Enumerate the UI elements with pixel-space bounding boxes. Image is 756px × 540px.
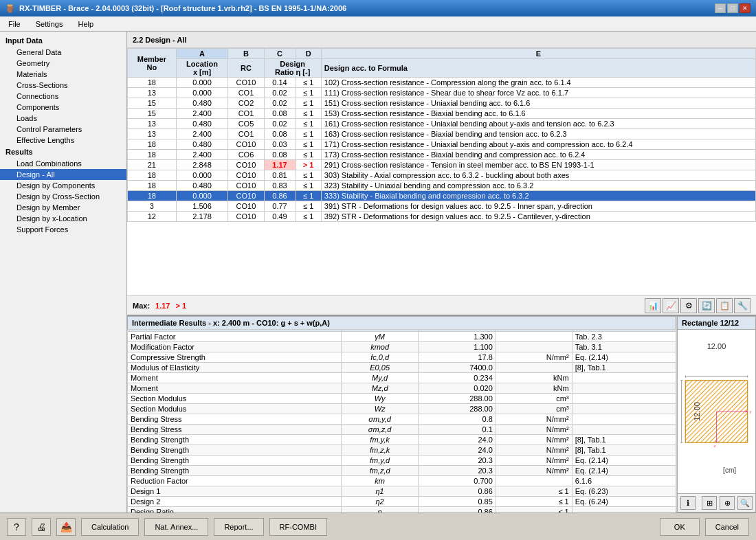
table-row[interactable]: 13 2.400 CO1 0.08 ≤ 1 163) Cross-section…	[128, 129, 756, 139]
int-cell-sym: fm,z,d	[342, 466, 419, 476]
int-cell-ref	[572, 507, 676, 513]
sidebar-results-label: Results	[0, 146, 126, 158]
int-cell-unit: N/mm²	[496, 352, 572, 363]
rf-combi-button[interactable]: RF-COMBI	[269, 518, 327, 536]
sidebar-item-load-combinations[interactable]: Load Combinations	[0, 158, 126, 169]
int-cell-unit: ≤ 1	[496, 497, 572, 507]
table-cell-member: 18	[128, 139, 177, 150]
col-header-b: B	[228, 49, 264, 59]
menu-settings[interactable]: Settings	[32, 19, 67, 30]
table-cell-member: 3	[128, 201, 177, 212]
sidebar-item-cross-sections[interactable]: Cross-Sections	[0, 80, 126, 91]
table-cell-rc: CO10	[228, 212, 264, 222]
table-cell-member: 21	[128, 160, 177, 170]
export-icon[interactable]: 📤	[56, 518, 76, 536]
sidebar-item-loads[interactable]: Loads	[0, 113, 126, 124]
view-icon-5[interactable]: 📋	[716, 298, 733, 313]
sidebar-item-design-x-location[interactable]: Design by x-Location	[0, 213, 126, 224]
sidebar-item-effective-lengths[interactable]: Effective Lengths	[0, 135, 126, 146]
int-cell-name: Bending Strength	[128, 466, 342, 476]
int-cell-sym: η2	[342, 497, 419, 507]
window-controls[interactable]: ─ □ ✕	[715, 3, 751, 13]
view-icon-1[interactable]: 📊	[645, 298, 661, 313]
int-cell-sym: η	[342, 507, 419, 513]
int-cell-sym: η1	[342, 486, 419, 497]
help-icon[interactable]: ?	[7, 518, 26, 536]
int-cell-unit: cm³	[496, 394, 572, 404]
max-label: Max:	[133, 302, 150, 310]
close-button[interactable]: ✕	[740, 3, 751, 13]
sidebar-item-general-data[interactable]: General Data	[0, 47, 126, 58]
table-row[interactable]: 15 0.480 CO2 0.02 ≤ 1 151) Cross-section…	[128, 98, 756, 109]
int-cell-name: Section Modulus	[128, 404, 342, 414]
table-cell-location: 0.480	[176, 139, 228, 150]
menu-file[interactable]: File	[4, 19, 25, 30]
int-cell-val: 1.300	[419, 332, 496, 342]
table-cell-location: 0.000	[176, 191, 228, 201]
sidebar-item-support-forces[interactable]: Support Forces	[0, 224, 126, 235]
cs-info-icon[interactable]: ℹ	[680, 496, 696, 510]
ok-button[interactable]: OK	[660, 518, 700, 536]
int-cell-unit	[496, 342, 572, 352]
table-row[interactable]: 18 0.480 CO10 0.03 ≤ 1 171) Cross-sectio…	[128, 139, 756, 150]
table-row[interactable]: 15 2.400 CO1 0.08 ≤ 1 153) Cross-section…	[128, 109, 756, 119]
col-header-design: DesignRatio η [-]	[264, 59, 321, 78]
unit-label: [cm]	[723, 466, 736, 474]
table-row[interactable]: 18 0.000 CO10 0.86 ≤ 1 333) Stability - …	[128, 191, 756, 201]
table-row[interactable]: 21 2.848 CO10 1.17 > 1 291) Cross-sectio…	[128, 160, 756, 170]
minimize-button[interactable]: ─	[715, 3, 726, 13]
int-cell-name: Design 2	[128, 497, 342, 507]
intermediate-table-wrapper[interactable]: Partial Factor γM 1.300 Tab. 2.3 Modific…	[127, 329, 676, 513]
sidebar-item-design-member[interactable]: Design by Member	[0, 202, 126, 213]
int-cell-val: 20.3	[419, 455, 496, 466]
table-row[interactable]: 12 2.178 CO10 0.49 ≤ 1 392) STR - Deform…	[128, 212, 756, 222]
int-cell-name: Design Ratio	[128, 507, 342, 513]
table-cell-location: 0.000	[176, 78, 228, 88]
cs-zoom-in-icon[interactable]: ⊕	[720, 496, 735, 510]
maximize-button[interactable]: □	[727, 3, 738, 13]
col-header-e: E	[321, 49, 755, 59]
sidebar-item-materials[interactable]: Materials	[0, 69, 126, 80]
int-cell-val: 288.00	[419, 394, 496, 404]
table-cell-leq: ≤ 1	[296, 201, 321, 212]
int-cell-val: 0.85	[419, 497, 496, 507]
col-header-rc: RC	[228, 59, 264, 78]
cross-section-bottom-bar: ℹ ⊞ ⊕ 🔍	[678, 493, 755, 512]
design-table-wrapper[interactable]: MemberNo A B C D E Locationx [m] RC Desi…	[127, 48, 756, 295]
table-row[interactable]: 13 0.480 CO5 0.02 ≤ 1 161) Cross-section…	[128, 119, 756, 129]
sidebar-item-components[interactable]: Components	[0, 102, 126, 113]
cancel-button[interactable]: Cancel	[705, 518, 749, 536]
col-header-a: A	[176, 49, 228, 59]
table-row[interactable]: 18 0.000 CO10 0.81 ≤ 1 303) Stability - …	[128, 170, 756, 181]
calculation-button[interactable]: Calculation	[81, 518, 139, 536]
table-cell-ratio: 0.14	[264, 78, 296, 88]
table-cell-leq: ≤ 1	[296, 139, 321, 150]
sidebar-item-control-parameters[interactable]: Control Parameters	[0, 124, 126, 135]
view-icon-3[interactable]: ⚙	[680, 298, 697, 313]
report-button[interactable]: Report...	[214, 518, 263, 536]
sidebar-item-connections[interactable]: Connections	[0, 91, 126, 102]
table-row[interactable]: 18 0.480 CO10 0.83 ≤ 1 323) Stability - …	[128, 181, 756, 191]
cs-zoom-out-icon[interactable]: 🔍	[737, 496, 753, 510]
view-icon-2[interactable]: 📈	[663, 298, 679, 313]
sidebar-item-design-components[interactable]: Design by Components	[0, 180, 126, 191]
table-row[interactable]: 18 2.400 CO6 0.08 ≤ 1 173) Cross-section…	[128, 150, 756, 160]
nat-annex-button[interactable]: Nat. Annex...	[144, 518, 208, 536]
table-row[interactable]: 3 1.506 CO10 0.77 ≤ 1 391) STR - Deforma…	[128, 201, 756, 212]
table-cell-rc: CO10	[228, 201, 264, 212]
int-cell-ref: [8], Tab.1	[572, 435, 676, 445]
view-icon-4[interactable]: 🔄	[698, 298, 715, 313]
table-row[interactable]: 13 0.000 CO1 0.02 ≤ 1 111) Cross-section…	[128, 88, 756, 98]
cs-zoom-fit-icon[interactable]: ⊞	[702, 496, 717, 510]
print-icon[interactable]: 🖨	[32, 518, 51, 536]
menu-help[interactable]: Help	[74, 19, 98, 30]
int-cell-unit: ≤ 1	[496, 507, 572, 513]
int-cell-unit: ≤ 1	[496, 486, 572, 497]
view-icon-6[interactable]: 🔧	[734, 298, 751, 313]
sidebar-item-geometry[interactable]: Geometry	[0, 58, 126, 69]
sidebar-item-design-cross-section[interactable]: Design by Cross-Section	[0, 191, 126, 202]
int-table-row: Section Modulus Wy 288.00 cm³	[128, 394, 676, 404]
int-cell-unit: N/mm²	[496, 425, 572, 435]
table-row[interactable]: 18 0.000 CO10 0.14 ≤ 1 102) Cross-sectio…	[128, 78, 756, 88]
sidebar-item-design-all[interactable]: Design - All	[0, 169, 126, 180]
